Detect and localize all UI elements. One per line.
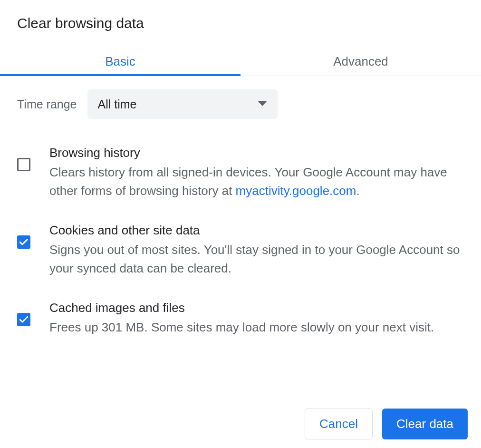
- check-icon: [19, 316, 28, 323]
- option-desc-pre: Signs you out of most sites. You'll stay…: [49, 243, 460, 275]
- tab-basic[interactable]: Basic: [0, 54, 240, 76]
- option-title: Cookies and other site data: [49, 223, 464, 238]
- option-title: Browsing history: [49, 146, 464, 160]
- option-text: Browsing history Clears history from all…: [49, 146, 464, 200]
- option-cookies: Cookies and other site data Signs you ou…: [17, 223, 464, 278]
- tab-advanced[interactable]: Advanced: [240, 54, 481, 76]
- checkbox-cookies[interactable]: [17, 235, 30, 249]
- cancel-button[interactable]: Cancel: [305, 409, 373, 439]
- option-desc: Frees up 301 MB. Some sites may load mor…: [49, 318, 464, 337]
- option-text: Cookies and other site data Signs you ou…: [49, 223, 464, 278]
- time-range-select[interactable]: All time: [87, 89, 278, 119]
- clear-browsing-data-dialog: Clear browsing data Basic Advanced Time …: [0, 0, 481, 337]
- options-list: Browsing history Clears history from all…: [17, 146, 464, 337]
- checkbox-browsing-history[interactable]: [17, 158, 30, 171]
- checkbox-cached[interactable]: [17, 313, 30, 326]
- option-desc-post: .: [356, 184, 359, 198]
- time-range-value: All time: [98, 97, 137, 111]
- dialog-content: Time range All time Browsing history Cle…: [0, 76, 481, 337]
- check-icon: [19, 239, 28, 245]
- option-cached: Cached images and files Frees up 301 MB.…: [17, 301, 464, 337]
- option-browsing-history: Browsing history Clears history from all…: [17, 146, 464, 200]
- clear-data-button[interactable]: Clear data: [382, 409, 468, 439]
- dialog-title: Clear browsing data: [0, 0, 481, 31]
- chevron-down-icon: [258, 100, 267, 108]
- tabs: Basic Advanced: [0, 54, 481, 76]
- option-title: Cached images and files: [49, 301, 464, 315]
- option-desc: Signs you out of most sites. You'll stay…: [49, 241, 464, 278]
- time-range-row: Time range All time: [17, 89, 464, 119]
- time-range-label: Time range: [17, 97, 77, 111]
- option-desc-pre: Frees up 301 MB. Some sites may load mor…: [49, 320, 434, 334]
- myactivity-link[interactable]: myactivity.google.com: [236, 184, 356, 198]
- option-desc: Clears history from all signed-in device…: [49, 163, 464, 200]
- option-text: Cached images and files Frees up 301 MB.…: [49, 301, 464, 337]
- dialog-footer: Cancel Clear data: [305, 409, 468, 439]
